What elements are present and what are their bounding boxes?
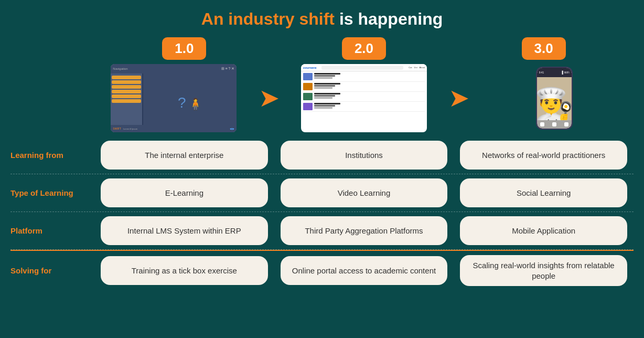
type-of-learning-label-cell: Type of Learning <box>10 174 94 212</box>
course-thumb-4 <box>303 103 313 110</box>
platform-label: Platform <box>10 226 42 236</box>
versions-row: 1.0 2.0 3.0 <box>10 37 634 60</box>
card-text-networks: Networks of real-world practitioners <box>482 150 605 161</box>
card-text-social: Social Learning <box>517 188 571 198</box>
coursera-item-3 <box>303 93 425 102</box>
lms-nav-item-5 <box>112 94 141 98</box>
nav-about: About <box>420 66 425 69</box>
card-text-mobile: Mobile Application <box>512 226 575 236</box>
type-col3: Social Learning <box>454 174 634 212</box>
coursera-nav: Cat Uni About <box>409 66 425 69</box>
course-line-9 <box>314 97 332 99</box>
page-title: An industry shift is happening <box>10 9 634 29</box>
mobile-action-icon-3 <box>564 122 568 126</box>
coursera-body <box>301 71 427 113</box>
title-row: An industry shift is happening <box>10 9 634 29</box>
course-text-2 <box>314 83 340 89</box>
mobile-wifi: WiFi <box>564 71 570 74</box>
course-line-5 <box>314 85 335 87</box>
lms-nav-item-1 <box>112 76 141 79</box>
solving-for-label-cell: Solving for <box>10 251 94 290</box>
lms-visual: ? 🧍 <box>178 94 202 111</box>
learning-from-col1: The internal enterprise <box>94 136 274 174</box>
mobile-status-icons: ▐ WiFi <box>561 71 569 74</box>
course-thumb-2 <box>303 83 313 90</box>
screenshot-mobile: 9:41 ▐ WiFi 👨‍🍳 <box>536 67 573 130</box>
mock-lms-content: Navigation ⊞ ≡ ? ✕ ? 🧍 <box>111 64 237 132</box>
card-text-elearning: E-Learning <box>165 188 203 198</box>
coursera-header: coursera Cat Uni About <box>301 64 427 71</box>
card-text-tick-box: Training as a tick box exercise <box>132 266 237 276</box>
card-text-portal: Online portal access to academic content <box>292 266 436 276</box>
mobile-status-bar: 9:41 ▐ WiFi <box>537 68 572 77</box>
card-social-learning: Social Learning <box>460 178 627 207</box>
person-figure: 🧍 <box>188 98 202 111</box>
type-of-learning-label: Type of Learning <box>10 188 73 198</box>
screenshot-lms: Navigation ⊞ ≡ ? ✕ ? 🧍 <box>111 64 237 132</box>
lms-nav-item-2 <box>112 80 141 84</box>
mobile-screen: 9:41 ▐ WiFi 👨‍🍳 <box>537 68 572 129</box>
version-badge-1: 1.0 <box>162 37 206 60</box>
question-mark-icon: ? <box>178 94 186 111</box>
coursera-item-2 <box>303 83 425 92</box>
person-avatar: 👨‍🍳 <box>537 89 572 120</box>
version-3-cell: 3.0 <box>454 37 634 60</box>
card-scaling: Scaling real-world insights from relatab… <box>460 255 627 286</box>
course-text-4 <box>314 103 340 109</box>
solving-col2: Online portal access to academic content <box>274 251 454 290</box>
coursera-item-1 <box>303 73 425 82</box>
mobile-action-bar <box>537 120 572 129</box>
course-text-1 <box>314 73 340 79</box>
mock-coursera-content: coursera Cat Uni About <box>301 64 427 132</box>
card-elearning: E-Learning <box>101 178 268 207</box>
course-line-11 <box>314 105 335 107</box>
arrow-2-cell: ➤ <box>443 86 475 111</box>
lms-brand: SWIFT <box>113 127 121 130</box>
card-networks: Networks of real-world practitioners <box>460 141 627 170</box>
lms-nav-item-3 <box>112 85 141 89</box>
title-part1: An industry shift <box>201 9 339 28</box>
course-line-7 <box>314 93 340 94</box>
card-institutions: Institutions <box>281 141 448 170</box>
arrow-1-icon: ➤ <box>259 86 280 111</box>
card-text-enterprise: The internal enterprise <box>145 150 223 161</box>
lms-nav-label: Navigation <box>113 67 127 70</box>
learning-from-row: Learning from The internal enterprise In… <box>10 136 634 174</box>
card-text-institutions: Institutions <box>345 150 383 161</box>
lms-main-content: ? 🧍 <box>143 73 237 132</box>
card-mobile-app: Mobile Application <box>460 216 627 245</box>
mobile-person-area: 👨‍🍳 <box>537 77 572 120</box>
card-text-video: Video Learning <box>338 188 391 198</box>
card-text-third-party: Third Party Aggregation Platforms <box>305 226 423 236</box>
course-line-4 <box>314 83 340 85</box>
platform-col3: Mobile Application <box>454 212 634 249</box>
learning-from-col2: Institutions <box>274 136 454 174</box>
card-internal-enterprise: The internal enterprise <box>101 141 268 170</box>
course-thumb-1 <box>303 73 313 80</box>
grid-section: Learning from The internal enterprise In… <box>10 136 634 332</box>
label-placeholder <box>10 37 94 60</box>
course-text-3 <box>314 93 340 99</box>
type-col2: Video Learning <box>274 174 454 212</box>
lms-footer-text: Lorem & Ipsum <box>123 128 137 130</box>
mobile-time: 9:41 <box>539 71 544 74</box>
lms-footer: SWIFT Lorem & Ipsum ◀ ▶ <box>111 125 237 132</box>
solving-col1: Training as a tick box exercise <box>94 251 274 290</box>
mobile-action-icon-2 <box>552 122 556 126</box>
mobile-action-icon-1 <box>540 122 544 126</box>
course-thumb-3 <box>303 93 313 100</box>
card-lms: Internal LMS System within ERP <box>101 216 268 245</box>
card-online-portal: Online portal access to academic content <box>281 256 448 285</box>
platform-row: Platform Internal LMS System within ERP … <box>10 212 634 250</box>
solving-col3: Scaling real-world insights from relatab… <box>454 251 634 290</box>
lms-nav <box>111 73 142 132</box>
lms-header: Navigation ⊞ ≡ ? ✕ <box>111 64 237 73</box>
platform-label-cell: Platform <box>10 212 94 249</box>
arrow-2-icon: ➤ <box>448 86 469 111</box>
course-line-6 <box>314 87 332 89</box>
lms-icons: ⊞ ≡ ? ✕ <box>221 67 235 71</box>
version-1-cell: 1.0 <box>94 37 274 60</box>
nav-cat: Cat <box>409 66 412 69</box>
coursera-search-bar <box>321 66 403 70</box>
card-text-scaling: Scaling real-world insights from relatab… <box>467 260 620 281</box>
